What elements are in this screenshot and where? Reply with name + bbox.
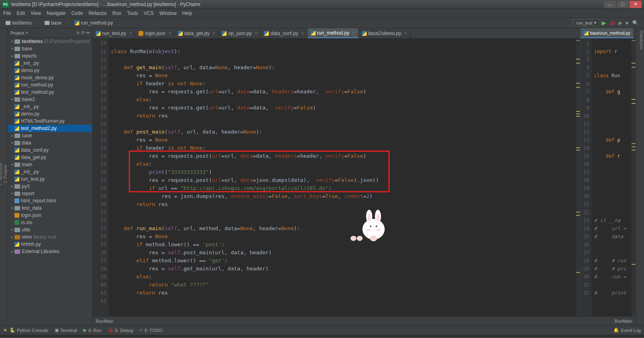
tree-file[interactable]: login.json — [8, 212, 92, 219]
tree-file[interactable]: data_get.py — [8, 154, 92, 161]
close-icon[interactable]: × — [301, 31, 304, 35]
side-tabs: base\run_method.py — [580, 28, 636, 39]
tab-login[interactable]: login.json× — [135, 28, 175, 38]
folder-icon — [6, 21, 10, 25]
left-tab-project[interactable]: 1: Project — [3, 31, 8, 317]
svg-point-8 — [377, 229, 380, 231]
svg-point-5 — [370, 226, 372, 227]
close-icon[interactable]: × — [213, 31, 215, 35]
menu-navigate[interactable]: Navigate — [47, 10, 66, 16]
svg-point-6 — [376, 226, 377, 227]
folder-icon — [45, 21, 50, 25]
menu-vcs[interactable]: VCS — [144, 10, 154, 16]
chevron-down-icon[interactable]: ▾ — [26, 30, 28, 35]
menu-refactor[interactable]: Refactor — [89, 10, 107, 16]
coverage-button[interactable]: ▶ — [619, 20, 622, 26]
tree-folder-report[interactable]: ▾report — [8, 190, 92, 197]
side-minimap[interactable] — [632, 39, 636, 316]
tree-file[interactable]: _init_.py — [8, 168, 92, 175]
search-icon[interactable]: 🔍 — [632, 20, 638, 26]
minimize-button[interactable]: — — [604, 1, 616, 8]
code-viewport[interactable]: 1011121314151617181920212223242526272829… — [93, 39, 580, 316]
debug-button[interactable]: 🐞 — [609, 20, 615, 26]
tree-file[interactable]: demo.py — [8, 110, 92, 117]
python-console-button[interactable]: 🐍 Python Console — [10, 328, 48, 333]
code-content[interactable]: class RunMain(object): def get_main(self… — [109, 39, 576, 316]
menu-window[interactable]: Window — [159, 10, 177, 16]
side-code-content[interactable]: import r class Run def g def p def r # i… — [592, 39, 632, 316]
run-tool-button[interactable]: ▶ 4: Run — [83, 328, 101, 333]
right-tab-database[interactable]: Database — [639, 31, 644, 49]
breadcrumb-file[interactable]: run_method.py — [72, 19, 116, 27]
breadcrumb-base[interactable]: base — [42, 19, 64, 27]
close-icon[interactable]: × — [405, 31, 407, 35]
breadcrumb-root[interactable]: testItems — [3, 19, 34, 27]
tab-runtest[interactable]: run_test.py× — [93, 28, 135, 38]
close-icon[interactable]: × — [129, 31, 132, 35]
close-icon[interactable]: × — [255, 31, 257, 35]
tab-base2demo[interactable]: base2\demo.py× — [359, 28, 411, 38]
tab-side[interactable]: base\run_method.py — [580, 28, 634, 38]
tree-folder-case[interactable]: ▸case — [8, 132, 92, 139]
tree-file[interactable]: run_method.py — [8, 81, 92, 89]
menu-tools[interactable]: Tools — [127, 10, 138, 16]
navbar: testItems 〉 base 〉 run_method.py run_tes… — [0, 18, 644, 28]
tab-dataget[interactable]: data_get.py× — [175, 28, 219, 38]
tree-file-selected[interactable]: test_method2.py — [8, 125, 92, 132]
maximize-button[interactable]: ☐ — [617, 1, 629, 8]
tree-file[interactable]: run_test.py — [8, 175, 92, 183]
tree-folder-base2[interactable]: ▾base2 — [8, 96, 92, 103]
tree-folder-main[interactable]: ▾main — [8, 161, 92, 168]
tree-folder-reports[interactable]: ▸reports — [8, 52, 92, 60]
run-button[interactable]: ▶ — [602, 20, 606, 26]
scrollbar-minimap[interactable] — [576, 39, 580, 316]
menubar: File Edit View Navigate Code Refactor Ru… — [0, 9, 644, 18]
tree-file[interactable]: test_method.py — [8, 89, 92, 96]
tree-folder-py3[interactable]: ▸py3 — [8, 183, 92, 190]
run-config-select[interactable]: run_test▾ — [573, 19, 600, 27]
star-icon: ★ — [3, 328, 7, 333]
menu-run[interactable]: Run — [112, 10, 121, 16]
project-header-label: Project — [10, 31, 24, 35]
tab-runmethod[interactable]: run_method.py× — [308, 28, 359, 38]
todo-button[interactable]: ✓ 6: TODO — [139, 328, 162, 333]
tree-folder-utils[interactable]: ▸utils — [8, 226, 92, 233]
menu-code[interactable]: Code — [71, 10, 83, 16]
breadcrumb-class[interactable]: RunMain — [615, 319, 632, 324]
tab-opjson[interactable]: op_json.py× — [219, 28, 261, 38]
tree-folder-data[interactable]: ▾data — [8, 139, 92, 146]
tree-file[interactable]: _init_.py — [8, 103, 92, 110]
terminal-button[interactable]: ▣ Terminal — [55, 328, 77, 333]
right-tool-gutter: Database — [636, 28, 644, 325]
close-icon[interactable]: × — [169, 31, 171, 35]
left-tab-structure[interactable]: 7: Structure — [0, 31, 3, 317]
tree-file[interactable]: html_report.html — [8, 197, 92, 204]
tree-external-libs[interactable]: ▸External Libraries — [8, 248, 92, 255]
tree-file[interactable]: data_conf.py — [8, 146, 92, 154]
close-icon[interactable]: × — [353, 31, 355, 35]
tree-file[interactable]: demo.py — [8, 67, 92, 74]
menu-edit[interactable]: Edit — [17, 10, 25, 16]
tree-folder-testdata[interactable]: ▾test_data — [8, 204, 92, 212]
side-code-viewport[interactable]: 1234567891011121314151617181920212223242… — [580, 39, 636, 316]
breadcrumb-sep: 〉 — [37, 19, 41, 26]
tree-file[interactable]: rs.xls — [8, 219, 92, 226]
menu-view[interactable]: View — [31, 10, 41, 16]
breadcrumb-class[interactable]: RunMain — [96, 319, 114, 324]
stop-button[interactable]: ■ — [625, 20, 628, 26]
tree-folder-venv[interactable]: ▸venv library root — [8, 233, 92, 241]
tree-root[interactable]: ▾testItems D:\PycharmProjects\t — [8, 38, 92, 45]
tree-file[interactable]: _init_.py — [8, 60, 92, 67]
tree-file[interactable]: mock_demo.py — [8, 74, 92, 81]
svg-point-3 — [367, 214, 370, 221]
menu-file[interactable]: File — [3, 10, 11, 16]
close-button[interactable]: ✕ — [630, 1, 642, 8]
gear-icon[interactable]: ⊕ ⚙ ⬌ — [76, 30, 90, 35]
tree-folder-base[interactable]: ▾base — [8, 45, 92, 52]
tab-dataconf[interactable]: data_conf.py× — [261, 28, 308, 38]
tree-file[interactable]: HTMLTestRunner.py — [8, 117, 92, 125]
event-log-button[interactable]: 🔔 Event Log — [613, 328, 641, 333]
debug-tool-button[interactable]: 🐞 5: Debug — [108, 328, 133, 333]
menu-help[interactable]: Help — [182, 10, 192, 16]
tree-file[interactable]: hhhhh.py — [8, 241, 92, 248]
